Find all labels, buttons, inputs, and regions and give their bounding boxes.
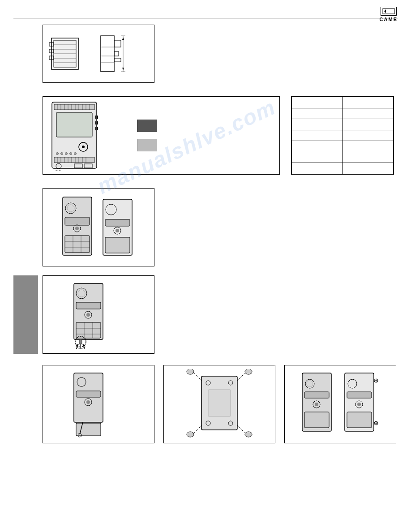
svg-point-85: [86, 313, 90, 317]
svg-rect-35: [56, 112, 92, 137]
came-logo: CAME: [380, 7, 398, 22]
came-logo-text: CAME: [380, 17, 398, 22]
svg-rect-83: [76, 302, 101, 309]
svg-rect-99: [76, 391, 101, 397]
svg-point-78: [116, 229, 119, 232]
svg-point-115: [187, 432, 194, 437]
svg-point-60: [65, 152, 68, 154]
came-logo-icon: [381, 7, 397, 16]
svg-rect-14: [114, 58, 121, 62]
svg-rect-66: [65, 217, 90, 225]
svg-rect-130: [347, 412, 372, 428]
svg-rect-97: [74, 373, 103, 422]
mid-diagram-box: ~ ~: [43, 96, 280, 175]
svg-point-68: [75, 227, 79, 230]
svg-rect-13: [114, 51, 119, 56]
svg-line-110: [237, 372, 246, 381]
bottom-diagram-3: [284, 365, 396, 443]
svg-point-59: [61, 152, 63, 154]
svg-rect-44: [54, 157, 94, 163]
svg-marker-21: [122, 37, 124, 40]
svg-rect-117: [208, 390, 231, 416]
svg-marker-22: [122, 68, 124, 70]
svg-point-43: [82, 146, 85, 148]
svg-line-111: [193, 425, 201, 434]
info-table-box: [291, 96, 394, 175]
svg-rect-86: [76, 322, 101, 338]
svg-rect-76: [105, 219, 130, 226]
bottom-diagram-2: [163, 365, 275, 443]
svg-rect-127: [347, 392, 372, 398]
svg-rect-124: [304, 412, 329, 428]
top-diagram-content: [43, 25, 154, 82]
light-swatch: [137, 139, 157, 151]
gray-sidebar: [13, 275, 38, 354]
svg-rect-69: [65, 236, 90, 253]
install-diagram-2: [43, 275, 154, 354]
top-divider-line: [13, 18, 398, 18]
svg-point-129: [357, 403, 361, 406]
svg-point-62: [74, 152, 77, 154]
svg-point-113: [187, 369, 194, 374]
svg-point-114: [245, 369, 252, 374]
svg-point-101: [86, 400, 90, 404]
svg-line-109: [193, 372, 201, 381]
specs-table: [291, 97, 394, 174]
svg-rect-11: [101, 36, 114, 72]
svg-text:~ ~: ~ ~: [56, 168, 61, 172]
svg-point-58: [56, 152, 59, 154]
svg-rect-12: [114, 40, 121, 47]
dark-swatch: [137, 120, 157, 132]
svg-line-112: [237, 425, 246, 434]
svg-rect-121: [304, 392, 329, 398]
svg-rect-95: [79, 339, 82, 344]
svg-point-61: [70, 152, 72, 154]
svg-rect-24: [54, 104, 94, 110]
svg-rect-79: [105, 237, 130, 253]
top-diagram-box: [43, 25, 154, 83]
bottom-diagram-1: [43, 365, 154, 443]
install-diagram-1: [43, 188, 154, 266]
svg-point-123: [315, 403, 318, 406]
svg-point-116: [245, 432, 252, 437]
